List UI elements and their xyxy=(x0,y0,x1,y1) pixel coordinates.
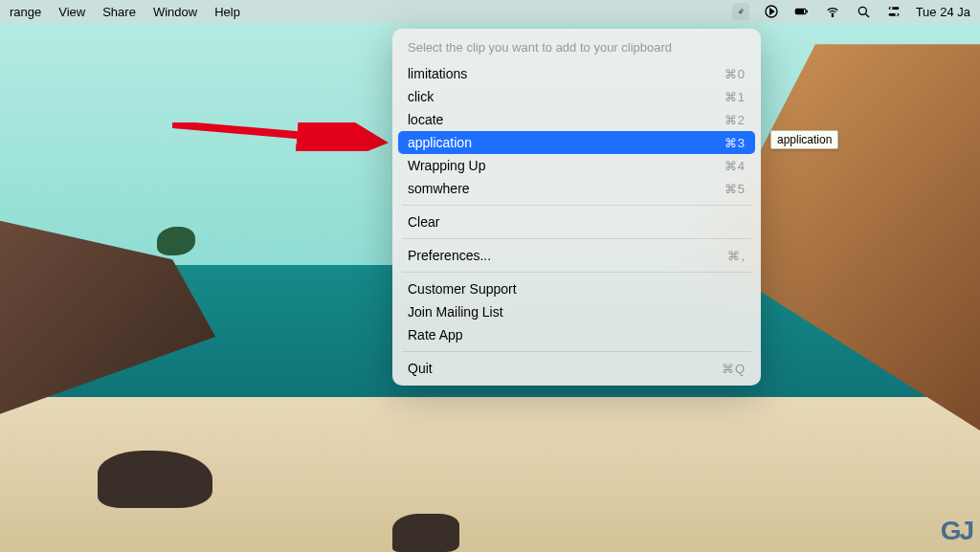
clip-item-1[interactable]: click ⌘1 xyxy=(398,85,755,108)
clip-label: locate xyxy=(408,112,443,127)
item-label: Preferences... xyxy=(408,248,491,263)
clip-item-5[interactable]: somwhere ⌘5 xyxy=(398,177,755,200)
paperclip-icon[interactable] xyxy=(732,3,749,20)
clip-shortcut: ⌘0 xyxy=(724,67,746,81)
menu-view[interactable]: View xyxy=(58,5,85,19)
svg-point-9 xyxy=(890,7,893,10)
menubar-app-menus: range View Share Window Help xyxy=(10,5,240,19)
menubar-status-area: Tue 24 Ja xyxy=(732,3,970,20)
menubar-datetime[interactable]: Tue 24 Ja xyxy=(916,5,970,19)
item-label: Customer Support xyxy=(408,281,517,297)
menu-window[interactable]: Window xyxy=(153,5,197,19)
item-label: Clear xyxy=(408,214,439,230)
customer-support-item[interactable]: Customer Support xyxy=(398,277,755,300)
clear-item[interactable]: Clear xyxy=(398,210,755,233)
preferences-item[interactable]: Preferences... ⌘, xyxy=(398,244,755,267)
control-center-icon[interactable] xyxy=(885,3,902,20)
clip-shortcut: ⌘5 xyxy=(724,182,746,196)
item-label: Quit xyxy=(408,361,433,376)
watermark-logo: GJ xyxy=(941,516,972,546)
item-shortcut: ⌘, xyxy=(727,249,746,263)
separator xyxy=(402,205,751,206)
clipboard-dropdown: Select the clip you want to add to your … xyxy=(392,29,761,386)
tooltip: application xyxy=(770,130,838,149)
join-mailing-list-item[interactable]: Join Mailing List xyxy=(398,300,755,323)
svg-point-10 xyxy=(895,13,898,16)
item-label: Rate App xyxy=(408,327,463,342)
clip-item-0[interactable]: limitations ⌘0 xyxy=(398,62,755,85)
separator xyxy=(402,238,751,239)
svg-point-5 xyxy=(858,7,866,14)
clip-item-2[interactable]: locate ⌘2 xyxy=(398,108,755,131)
annotation-arrow xyxy=(172,122,392,151)
svg-rect-2 xyxy=(796,11,803,13)
svg-point-4 xyxy=(832,15,833,16)
separator xyxy=(402,272,751,273)
menu-help[interactable]: Help xyxy=(214,5,240,19)
menu-share[interactable]: Share xyxy=(102,5,136,19)
clip-shortcut: ⌘3 xyxy=(724,136,746,150)
search-icon[interactable] xyxy=(855,3,872,20)
clip-item-4[interactable]: Wrapping Up ⌘4 xyxy=(398,154,755,177)
menu-range[interactable]: range xyxy=(10,5,41,19)
clip-item-3[interactable]: application ⌘3 xyxy=(398,131,755,154)
clip-label: Wrapping Up xyxy=(408,158,485,173)
clip-label: application xyxy=(408,135,472,150)
play-circle-icon[interactable] xyxy=(763,3,780,20)
rate-app-item[interactable]: Rate App xyxy=(398,323,755,346)
separator xyxy=(402,351,751,352)
clip-label: limitations xyxy=(408,66,467,81)
item-shortcut: ⌘Q xyxy=(722,362,746,376)
svg-line-11 xyxy=(172,124,373,142)
clip-label: click xyxy=(408,89,434,104)
clip-shortcut: ⌘1 xyxy=(724,90,746,104)
clip-shortcut: ⌘2 xyxy=(724,113,746,127)
wifi-icon[interactable] xyxy=(824,3,841,20)
item-label: Join Mailing List xyxy=(408,304,503,320)
quit-item[interactable]: Quit ⌘Q xyxy=(398,357,755,380)
dropdown-header: Select the clip you want to add to your … xyxy=(398,34,755,62)
battery-icon[interactable] xyxy=(793,3,811,20)
clip-shortcut: ⌘4 xyxy=(724,159,746,173)
svg-line-6 xyxy=(865,14,868,17)
menubar: range View Share Window Help Tue 24 Ja xyxy=(0,0,980,23)
clip-label: somwhere xyxy=(408,181,470,196)
